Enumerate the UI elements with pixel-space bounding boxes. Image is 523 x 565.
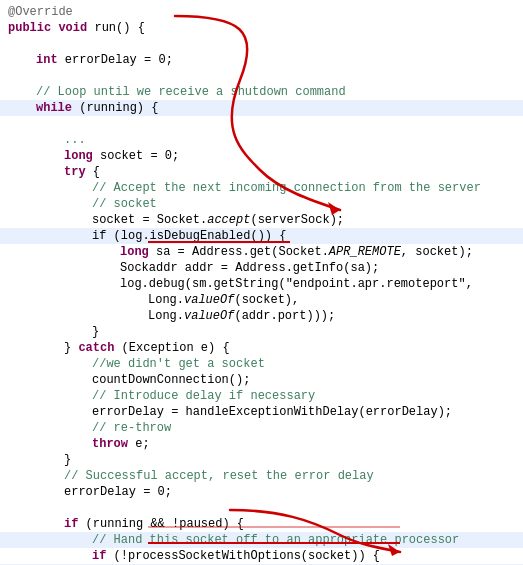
code-line: long socket = 0; [0, 148, 523, 164]
code-line: if (running && !paused) { [0, 516, 523, 532]
code-line: //we didn't get a socket [0, 356, 523, 372]
code-line: log.debug(sm.getString("endpoint.apr.rem… [0, 276, 523, 292]
code-line: socket = Socket.accept(serverSock); [0, 212, 523, 228]
code-line: throw e; [0, 436, 523, 452]
code-line: } catch (Exception e) { [0, 340, 523, 356]
code-line: while (running) { [0, 100, 523, 116]
code-line: } [0, 452, 523, 468]
code-line: ... [0, 132, 523, 148]
code-line [0, 500, 523, 516]
code-line: @Override [0, 4, 523, 20]
code-line: // Successful accept, reset the error de… [0, 468, 523, 484]
code-line: // Accept the next incoming connection f… [0, 180, 523, 196]
code-line: int errorDelay = 0; [0, 52, 523, 68]
code-line: errorDelay = handleExceptionWithDelay(er… [0, 404, 523, 420]
code-line: // socket [0, 196, 523, 212]
code-line: // re-throw [0, 420, 523, 436]
code-line: public void run() { [0, 20, 523, 36]
code-line: // Introduce delay if necessary [0, 388, 523, 404]
code-line: if (log.isDebugEnabled()) { [0, 228, 523, 244]
code-line: // Hand this socket off to an appropriat… [0, 532, 523, 548]
code-line: Sockaddr addr = Address.getInfo(sa); [0, 260, 523, 276]
code-line: countDownConnection(); [0, 372, 523, 388]
code-line: long sa = Address.get(Socket.APR_REMOTE,… [0, 244, 523, 260]
code-line: try { [0, 164, 523, 180]
code-line [0, 36, 523, 52]
code-line: // Loop until we receive a shutdown comm… [0, 84, 523, 100]
code-line: Long.valueOf(addr.port))); [0, 308, 523, 324]
code-line [0, 116, 523, 132]
code-line: errorDelay = 0; [0, 484, 523, 500]
code-line: Long.valueOf(socket), [0, 292, 523, 308]
code-editor: @Overridepublic void run() {int errorDel… [0, 0, 523, 565]
code-line: if (!processSocketWithOptions(socket)) { [0, 548, 523, 564]
code-line: } [0, 324, 523, 340]
code-line [0, 68, 523, 84]
